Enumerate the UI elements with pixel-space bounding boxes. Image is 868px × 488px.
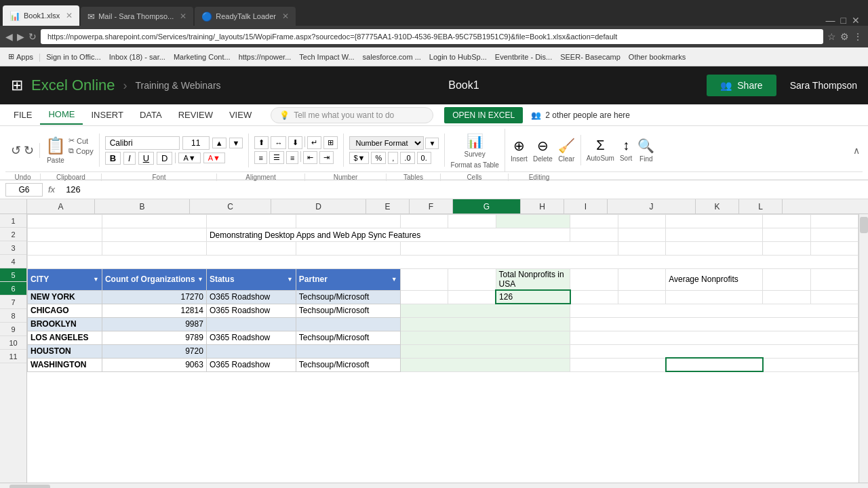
browser-tab-readytalk[interactable]: 🔵 ReadyTalk Loader ✕ bbox=[195, 7, 296, 26]
browser-tab-book1[interactable]: 📊 Book1.xlsx ✕ bbox=[3, 5, 79, 26]
cell-C7[interactable]: O365 Roadshow bbox=[206, 304, 296, 317]
decrease-font-button[interactable]: ▲ bbox=[212, 138, 226, 148]
row-header-7[interactable]: 7 bbox=[0, 296, 26, 309]
cell-B9[interactable]: 9789 bbox=[102, 331, 206, 344]
bookmark-salesforce[interactable]: salesforce.com ... bbox=[360, 52, 424, 62]
autosum-button[interactable]: Σ AutoSum bbox=[587, 138, 614, 163]
wrap-text-button[interactable]: ↵ bbox=[307, 136, 321, 149]
col-header-F[interactable]: F bbox=[410, 199, 453, 214]
percent-button[interactable]: % bbox=[371, 152, 386, 164]
cell-L5[interactable] bbox=[810, 269, 858, 291]
cell-B1[interactable] bbox=[102, 215, 206, 228]
fill-color-button[interactable]: A▼ bbox=[178, 152, 200, 163]
row-header-8[interactable]: 8 bbox=[0, 309, 26, 323]
bookmark-techimpact[interactable]: Tech Impact W... bbox=[296, 52, 357, 62]
cell-B10[interactable]: 9720 bbox=[102, 344, 206, 358]
increase-font-button[interactable]: ▼ bbox=[229, 138, 243, 148]
extensions-icon[interactable]: ⚙ bbox=[840, 31, 849, 42]
cell-D8[interactable] bbox=[296, 317, 400, 331]
decimal-inc-button[interactable]: 0. bbox=[417, 152, 431, 164]
row-header-9[interactable]: 9 bbox=[0, 323, 26, 336]
cell-D10[interactable] bbox=[296, 344, 400, 358]
cell-G1[interactable] bbox=[496, 215, 570, 228]
cell-H6[interactable] bbox=[570, 290, 618, 304]
cell-A5-city-header[interactable]: CITY ▼ bbox=[28, 269, 102, 291]
col-header-C[interactable]: C bbox=[190, 199, 271, 214]
cell-J1[interactable] bbox=[666, 215, 763, 228]
cell-D9[interactable]: Techsoup/Microsoft bbox=[296, 331, 400, 344]
cell-J5-average[interactable]: Average Nonprofits bbox=[666, 269, 763, 291]
cell-B2[interactable] bbox=[102, 228, 206, 242]
paste-button[interactable]: 📋 Paste bbox=[45, 136, 66, 164]
cell-J2[interactable] bbox=[666, 228, 763, 242]
align-center-button[interactable]: ☰ bbox=[269, 151, 284, 164]
cell-B5-count-header[interactable]: Count of Organizations ▼ bbox=[102, 269, 206, 291]
cell-D6[interactable]: Techsoup/Microsoft bbox=[296, 290, 400, 304]
cell-L6[interactable] bbox=[810, 290, 858, 304]
row-header-2[interactable]: 2 bbox=[0, 228, 26, 241]
refresh-button[interactable]: ↻ bbox=[28, 31, 37, 42]
menu-item-view[interactable]: VIEW bbox=[221, 106, 260, 124]
cell-H5[interactable] bbox=[570, 269, 618, 291]
font-size-input[interactable] bbox=[182, 136, 210, 150]
cell-B3[interactable] bbox=[102, 242, 206, 256]
row-header-5[interactable]: 5 bbox=[0, 268, 26, 282]
cell-A7[interactable]: CHICAGO bbox=[28, 304, 102, 317]
cell-J11[interactable] bbox=[666, 358, 763, 371]
cell-K3[interactable] bbox=[763, 242, 810, 256]
find-button[interactable]: 🔍 Find bbox=[637, 138, 654, 163]
row-header-3[interactable]: 3 bbox=[0, 241, 26, 255]
cell-I6[interactable] bbox=[618, 290, 665, 304]
forward-button[interactable]: ▶ bbox=[17, 31, 24, 42]
cell-I3[interactable] bbox=[618, 242, 665, 256]
cell-G6-active[interactable]: 126 bbox=[496, 290, 570, 304]
cell-name-box[interactable] bbox=[5, 183, 43, 197]
comma-button[interactable]: , bbox=[388, 152, 398, 164]
align-right-button[interactable]: ≡ bbox=[286, 151, 298, 164]
menu-item-data[interactable]: DATA bbox=[132, 106, 170, 124]
font-name-input[interactable] bbox=[105, 136, 180, 150]
strikethrough-button[interactable]: D bbox=[157, 152, 172, 165]
col-header-G[interactable]: G bbox=[453, 199, 521, 214]
cell-D11[interactable]: Techsoup/Microsoft bbox=[296, 358, 400, 371]
number-format-select[interactable]: Number Format bbox=[349, 136, 424, 150]
cut-button[interactable]: ✂ Cut bbox=[68, 136, 94, 145]
cell-K2[interactable] bbox=[763, 228, 810, 242]
cell-A11[interactable]: WASHINGTON bbox=[28, 358, 102, 371]
bookmark-marketing[interactable]: Marketing Cont... bbox=[171, 52, 233, 62]
bookmark-other[interactable]: Other bookmarks bbox=[626, 52, 688, 62]
cell-A3[interactable] bbox=[28, 242, 102, 256]
formula-input[interactable] bbox=[60, 183, 863, 196]
cell-G5-total[interactable]: Total Nonprofits in USA bbox=[496, 269, 570, 291]
bookmark-eventbrite[interactable]: Eventbrite - Dis... bbox=[492, 52, 555, 62]
cell-H2[interactable] bbox=[570, 228, 618, 242]
cell-L1[interactable] bbox=[810, 215, 858, 228]
close-icon[interactable]: ✕ bbox=[282, 12, 289, 21]
row-header-11[interactable]: 11 bbox=[0, 350, 26, 363]
undo-button[interactable]: ↺ bbox=[11, 143, 21, 158]
align-left-button[interactable]: ≡ bbox=[254, 151, 267, 164]
format-as-table-button[interactable]: Format as Table bbox=[450, 161, 499, 169]
sort-button[interactable]: ↕ Sort bbox=[620, 138, 632, 163]
align-top-button[interactable]: ⬆ bbox=[254, 136, 269, 149]
row-header-4[interactable]: 4 bbox=[0, 255, 26, 268]
vertical-scrollbar[interactable] bbox=[859, 214, 868, 483]
survey-button[interactable]: 📊 Survey bbox=[459, 131, 491, 159]
cell-I1[interactable] bbox=[618, 215, 665, 228]
cell-D3[interactable] bbox=[296, 242, 400, 256]
back-button[interactable]: ◀ bbox=[5, 31, 13, 42]
waffle-icon[interactable]: ⊞ bbox=[11, 77, 23, 94]
open-in-excel-button[interactable]: OPEN IN EXCEL bbox=[444, 107, 523, 123]
cell-F1[interactable] bbox=[448, 215, 496, 228]
cell-C2[interactable]: Demonstrating Desktop Apps and Web App S… bbox=[206, 228, 570, 242]
cell-A10[interactable]: HOUSTON bbox=[28, 344, 102, 358]
cell-C3[interactable] bbox=[206, 242, 296, 256]
bold-button[interactable]: B bbox=[105, 152, 121, 165]
cell-F6[interactable] bbox=[448, 290, 496, 304]
close-window-icon[interactable]: ✕ bbox=[852, 15, 860, 26]
clear-button[interactable]: 🧹 Clear bbox=[558, 138, 575, 163]
cell-E6[interactable] bbox=[400, 290, 448, 304]
decimal-dec-button[interactable]: .0 bbox=[400, 152, 414, 164]
align-bottom-button[interactable]: ⬇ bbox=[288, 136, 302, 149]
col-header-K[interactable]: K bbox=[696, 199, 739, 214]
